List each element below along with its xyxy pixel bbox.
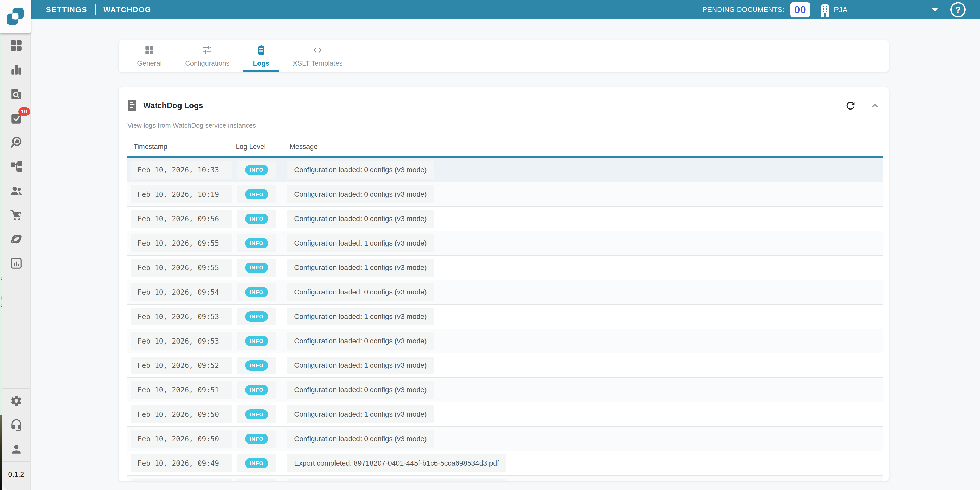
table-row: Feb 10, 2026, 09:53INFOConfiguration loa… [127, 304, 883, 329]
timestamp-cell: Feb 10, 2026, 09:53 [127, 329, 233, 353]
help-icon[interactable]: ? [950, 2, 966, 17]
document-search-icon [10, 87, 23, 100]
message-value: Configuration loaded: 0 configs (v3 mode… [287, 430, 434, 448]
sidebar-item-account[interactable] [2, 437, 30, 461]
sidebar-item-tasks[interactable]: 10 [2, 106, 30, 130]
log-level-badge: INFO [245, 385, 268, 395]
sidebar-item-document-search[interactable] [2, 82, 30, 106]
timestamp-value: Feb 10, 2026, 09:55 [131, 234, 232, 252]
top-bar: SETTINGS WATCHDOG PENDING DOCUMENTS: 00 … [30, 0, 980, 19]
message-cell: Configuration loaded: 0 configs (v3 mode… [283, 427, 883, 451]
top-bar-right: PENDING DOCUMENTS: 00 PJA ? [703, 2, 980, 17]
log-level-badge: INFO [245, 238, 268, 248]
log-level-cell: INFO [233, 182, 283, 206]
tab-configurations[interactable]: Configurations [173, 40, 241, 72]
tab-label: Configurations [185, 60, 229, 68]
logs-table: Timestamp Log Level Message Feb 10, 2026… [127, 137, 883, 481]
timestamp-cell: Feb 10, 2026, 09:55 [127, 231, 233, 255]
timestamp-value: Feb 10, 2026, 09:53 [131, 332, 232, 350]
message-cell: Configuration loaded: 0 configs (v3 mode… [283, 157, 883, 182]
sidebar-item-support[interactable] [2, 413, 30, 437]
refresh-button[interactable] [845, 100, 856, 111]
sidebar-item-workflow[interactable] [2, 154, 30, 179]
notification-badge: 10 [18, 108, 30, 116]
table-row: Feb 10, 2026, 09:50INFOConfiguration loa… [127, 427, 883, 451]
watchdog-logs-card: WatchDog Logs View logs from WatchDog se… [119, 87, 889, 481]
breadcrumb: SETTINGS WATCHDOG [46, 4, 151, 15]
tune-icon [202, 45, 213, 57]
message-value: Configuration loaded: 1 configs (v3 mode… [287, 259, 434, 277]
message-cell: Configuration loaded: 0 configs (v3 mode… [283, 280, 883, 304]
timestamp-cell: Feb 10, 2026, 09:50 [127, 427, 233, 451]
tab-label: General [137, 60, 162, 68]
sidebar-item-orders[interactable] [2, 203, 30, 227]
timestamp-value: Feb 10, 2026, 09:53 [131, 308, 232, 325]
org-selector-label[interactable]: PJA [834, 6, 848, 14]
message-value: Configuration loaded: 0 configs (v3 mode… [287, 186, 434, 203]
message-cell: Configuration loaded: 0 configs (v3 mode… [283, 329, 883, 353]
log-level-cell: INFO [233, 304, 283, 329]
log-level-badge: INFO [245, 165, 268, 175]
bar-chart-icon [10, 63, 23, 76]
table-row: Feb 10, 2026, 10:33INFOConfiguration loa… [127, 157, 883, 182]
timestamp-cell: Feb 10, 2026, 09:56 [127, 206, 233, 231]
sidebar-item-reports[interactable] [2, 251, 30, 275]
chevron-down-icon[interactable] [932, 8, 938, 12]
timestamp-cell: Feb 10, 2026, 09:50 [127, 402, 233, 427]
sidebar-item-dashboard[interactable] [2, 33, 30, 57]
chart-box-icon [10, 257, 23, 270]
log-level-cell: INFO [233, 157, 283, 182]
sidebar-item-analytics[interactable] [2, 57, 30, 82]
table-row: Feb 10, 2026, 09:54INFOConfiguration loa… [127, 280, 883, 304]
column-header-log-level: Log Level [233, 137, 283, 157]
log-level-badge: INFO [245, 458, 268, 468]
log-level-cell: INFO [233, 206, 283, 231]
message-cell: Configuration loaded: 1 configs (v3 mode… [283, 255, 883, 280]
timestamp-value: Feb 10, 2026, 10:33 [131, 161, 232, 179]
logo-icon [7, 8, 24, 26]
message-value: Configuration loaded: 0 configs (v3 mode… [287, 381, 434, 399]
app-version: 0.1.2 [2, 462, 30, 487]
logs-card-header: WatchDog Logs [127, 97, 883, 115]
message-value: Configuration loaded: 1 configs (v3 mode… [287, 234, 434, 252]
add-cart-icon [10, 209, 23, 221]
timestamp-cell: Feb 10, 2026, 10:19 [127, 182, 233, 206]
sidebar-item-search-insights[interactable] [2, 130, 30, 154]
log-level-cell: INFO [233, 476, 283, 481]
sidebar-nav: 10 [2, 33, 30, 275]
dashboard-grid-icon [10, 39, 23, 52]
background-image-sliver [0, 415, 2, 490]
message-cell: Configuration loaded: 0 configs (v3 mode… [283, 378, 883, 402]
sidebar-item-settings[interactable] [2, 389, 30, 413]
app-logo[interactable] [0, 0, 30, 33]
collapse-chevron-up-icon[interactable] [870, 101, 880, 111]
message-cell: Configuration loaded: 0 configs (v3 mode… [283, 182, 883, 206]
tab-general[interactable]: General [126, 40, 173, 72]
message-value: Configuration loaded: 1 configs (v3 mode… [287, 308, 434, 325]
message-value: Export completed: 89718207-0401-445f-b1c… [287, 479, 506, 481]
log-level-badge: INFO [245, 311, 268, 322]
orbit-icon [10, 233, 23, 246]
message-cell: Export completed: 89718207-0401-445f-b1c… [283, 451, 883, 476]
log-level-cell: INFO [233, 402, 283, 427]
timestamp-value: Feb 10, 2026, 09:49 [131, 479, 232, 481]
table-row: Feb 10, 2026, 09:56INFOConfiguration loa… [127, 206, 883, 231]
tab-logs[interactable]: Logs [241, 40, 281, 72]
table-row: Feb 10, 2026, 09:55INFOConfiguration loa… [127, 231, 883, 255]
tab-xslt-templates[interactable]: XSLT Templates [281, 40, 354, 72]
message-value: Configuration loaded: 1 configs (v3 mode… [287, 406, 434, 423]
breadcrumb-settings: SETTINGS [46, 5, 87, 14]
message-cell: Configuration loaded: 1 configs (v3 mode… [283, 402, 883, 427]
timestamp-cell: Feb 10, 2026, 09:53 [127, 304, 233, 329]
log-level-badge: INFO [245, 214, 268, 224]
background-clipped-text: n [0, 294, 2, 301]
timestamp-value: Feb 10, 2026, 09:51 [131, 381, 232, 399]
log-level-cell: INFO [233, 255, 283, 280]
card-title: WatchDog Logs [143, 101, 203, 110]
sidebar-item-integrations[interactable] [2, 227, 30, 251]
sidebar-item-users[interactable] [2, 179, 30, 203]
table-row: Feb 10, 2026, 09:49INFOExport completed:… [127, 451, 883, 476]
logs-actions [845, 100, 880, 111]
log-level-cell: INFO [233, 280, 283, 304]
message-value: Configuration loaded: 0 configs (v3 mode… [287, 283, 434, 301]
